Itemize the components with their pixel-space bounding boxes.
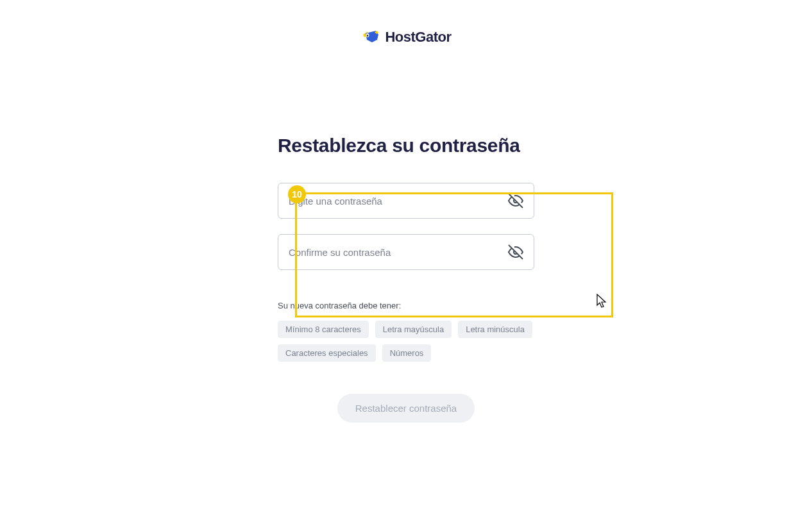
cursor-icon [596,294,608,309]
eye-off-icon[interactable] [508,193,523,208]
confirm-input-group [278,234,534,270]
password-input-group [278,183,534,219]
svg-point-1 [367,35,368,37]
main-content: Restablezca su contraseña Su nueva contr… [278,47,534,423]
requirement-chip: Letra mayúscula [375,321,452,338]
requirements-label: Su nueva contraseña debe tener: [278,301,534,310]
confirm-input-wrapper [278,234,534,270]
chips-container: Mínimo 8 caracteres Letra mayúscula Letr… [278,321,534,362]
page-title: Restablezca su contraseña [278,134,534,157]
requirement-chip: Caracteres especiales [278,344,376,362]
logo-text: HostGator [385,29,451,46]
requirement-chip: Letra minúscula [458,321,532,338]
password-input[interactable] [289,196,508,207]
eye-off-icon[interactable] [508,244,523,260]
reset-password-button[interactable]: Restablecer contraseña [337,394,475,423]
password-input-wrapper [278,183,534,219]
requirement-chip: Mínimo 8 caracteres [278,321,369,338]
confirm-password-input[interactable] [289,247,508,258]
hostgator-icon [360,27,381,47]
logo-container: HostGator [0,0,812,47]
requirement-chip: Números [382,344,432,362]
logo: HostGator [360,27,451,47]
